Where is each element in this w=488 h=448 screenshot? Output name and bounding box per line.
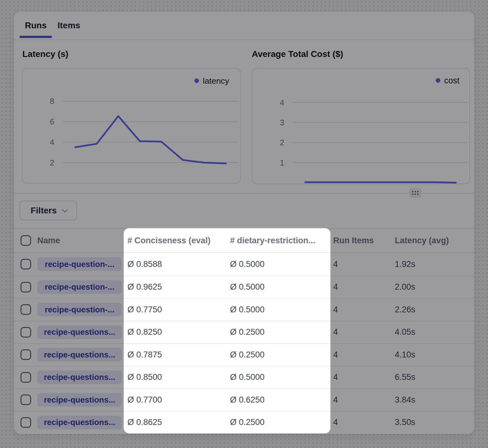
cell-run-items: 4 [333,321,338,343]
cell-conciseness: Ø 0.7700 [127,389,162,411]
table-row: recipe-questions... Ø 0.8250 Ø 0.2500 4 … [14,321,474,343]
tab-items[interactable]: Items [58,21,80,30]
y-axis-tick-label: 4 [280,98,284,107]
cell-dietary-restriction: Ø 0.6250 [230,389,265,411]
run-name-badge[interactable]: recipe-question-... [37,303,122,316]
cell-latency-avg: 1.92s [395,253,415,276]
cell-run-items: 4 [333,389,338,411]
legend-dot [436,78,440,83]
grip-dots-icon [412,191,418,195]
y-axis-tick-label: 6 [50,117,54,126]
active-tab-indicator [20,36,52,38]
cell-conciseness: Ø 0.8625 [127,412,162,434]
chevron-down-icon [62,207,68,213]
cell-dietary-restriction: Ø 0.2500 [230,321,265,343]
run-name-badge[interactable]: recipe-questions... [37,325,122,339]
latency-chart: 8642latency [22,68,241,184]
table-header-row: Name # Conciseness (eval) # dietary-rest… [14,228,474,253]
header-name: Name [37,229,60,252]
table-row: recipe-questions... Ø 0.8625 Ø 0.2500 4 … [14,411,474,434]
row-checkbox[interactable] [21,304,31,315]
cost-chart: 4321cost [252,68,470,184]
section-divider [14,193,474,194]
tabs-divider [14,40,474,40]
row-checkbox[interactable] [21,394,31,405]
latency-chart-title: Latency (s) [22,49,68,59]
header-latency-avg: Latency (avg) [395,229,449,252]
cell-latency-avg: 4.05s [395,321,415,343]
cell-dietary-restriction: Ø 0.2500 [230,344,265,366]
cell-latency-avg: 2.26s [395,299,415,321]
y-axis-tick-label: 3 [280,118,284,127]
y-axis-tick-label: 4 [50,138,54,147]
y-axis-tick-label: 2 [50,158,54,167]
cell-conciseness: Ø 0.7875 [127,344,162,366]
header-run-items: Run Items [333,229,374,252]
row-checkbox[interactable] [21,372,31,383]
run-name-badge[interactable]: recipe-questions... [37,393,122,407]
latency-line [75,116,226,163]
cell-conciseness: Ø 0.7750 [127,299,162,321]
cell-conciseness: Ø 0.9625 [127,276,162,298]
cell-dietary-restriction: Ø 0.2500 [230,412,265,434]
cell-run-items: 4 [333,412,338,434]
cost-chart-title: Average Total Cost ($) [252,49,343,59]
y-axis-tick-label: 2 [280,138,284,147]
y-axis-tick-label: 8 [50,97,54,105]
page-background: Runs Items Latency (s) Average Total Cos… [0,0,488,448]
cell-latency-avg: 6.55s [395,366,415,389]
resize-drag-handle[interactable] [409,188,421,198]
row-checkbox[interactable] [21,417,31,428]
row-checkbox[interactable] [21,282,31,292]
table-row: recipe-question-... Ø 0.8588 Ø 0.5000 4 … [14,253,474,276]
cell-latency-avg: 3.50s [395,412,415,434]
run-name-badge[interactable]: recipe-questions... [37,371,122,384]
cell-dietary-restriction: Ø 0.5000 [230,276,265,298]
tab-runs[interactable]: Runs [25,21,47,30]
y-axis-tick-label: 1 [280,158,284,167]
table-row: recipe-questions... Ø 0.8500 Ø 0.5000 4 … [14,366,474,389]
cell-run-items: 4 [333,253,338,276]
latency-line-chart-svg: 8642latency [22,68,240,183]
filters-button-label: Filters [30,206,57,216]
table-row: recipe-questions... Ø 0.7875 Ø 0.2500 4 … [14,343,474,366]
run-name-badge[interactable]: recipe-questions... [37,348,122,362]
cell-dietary-restriction: Ø 0.5000 [230,366,265,389]
cell-run-items: 4 [333,276,338,298]
cell-conciseness: Ø 0.8250 [127,321,162,343]
table-row: recipe-question-... Ø 0.7750 Ø 0.5000 4 … [14,298,474,321]
cell-dietary-restriction: Ø 0.5000 [230,253,265,276]
cell-dietary-restriction: Ø 0.5000 [230,299,265,321]
row-checkbox[interactable] [21,259,31,269]
run-name-badge[interactable]: recipe-question-... [37,280,122,294]
row-checkbox[interactable] [21,349,31,360]
table-row: recipe-questions... Ø 0.7700 Ø 0.6250 4 … [14,388,474,411]
legend-dot [194,78,199,83]
cell-latency-avg: 2.00s [395,276,415,298]
legend-label: latency [203,76,229,86]
table-body: recipe-question-... Ø 0.8588 Ø 0.5000 4 … [14,253,474,433]
runs-table: Name # Conciseness (eval) # dietary-rest… [14,228,474,433]
header-conciseness: # Conciseness (eval) [127,229,210,252]
run-name-badge[interactable]: recipe-question-... [37,257,122,271]
run-name-badge[interactable]: recipe-questions... [37,416,122,429]
select-all-checkbox[interactable] [21,235,31,246]
cell-run-items: 4 [333,299,338,321]
cell-latency-avg: 4.10s [395,344,415,366]
table-row: recipe-question-... Ø 0.9625 Ø 0.5000 4 … [14,276,474,298]
row-checkbox[interactable] [21,327,31,338]
cell-conciseness: Ø 0.8500 [127,366,162,389]
filters-button[interactable]: Filters [20,201,77,220]
cell-conciseness: Ø 0.8588 [127,253,162,276]
cell-latency-avg: 3.84s [395,389,415,411]
cell-run-items: 4 [333,366,338,389]
app-card: Runs Items Latency (s) Average Total Cos… [14,12,474,434]
cell-run-items: 4 [333,344,338,366]
cost-line [305,182,456,183]
header-dietary-restriction: # dietary-restriction... [230,229,315,252]
legend-label: cost [444,76,460,85]
cost-line-chart-svg: 4321cost [252,68,469,184]
